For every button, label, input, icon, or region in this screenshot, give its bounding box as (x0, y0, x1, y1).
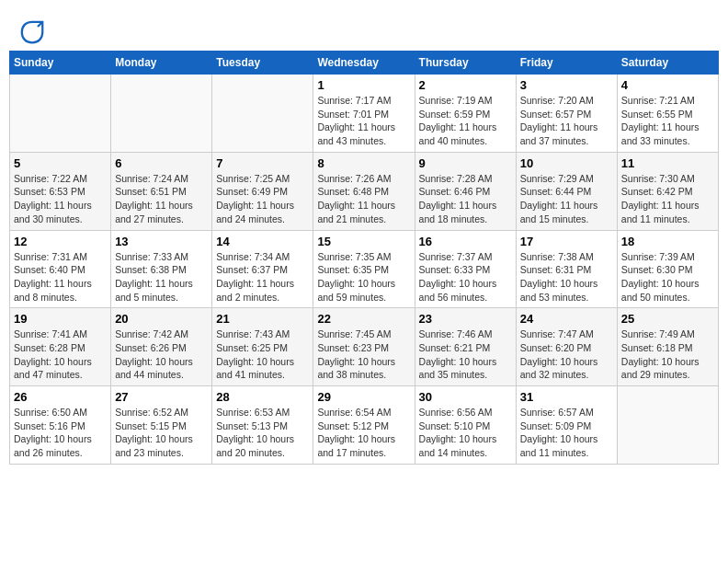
day-info: Sunrise: 7:47 AM Sunset: 6:20 PM Dayligh… (520, 327, 613, 382)
day-number: 6 (115, 156, 208, 170)
calendar-cell: 3Sunrise: 7:20 AM Sunset: 6:57 PM Daylig… (516, 75, 617, 153)
day-of-week-header: Thursday (415, 52, 516, 75)
day-info: Sunrise: 7:34 AM Sunset: 6:37 PM Dayligh… (216, 250, 309, 304)
day-number: 18 (621, 235, 714, 248)
day-info: Sunrise: 7:26 AM Sunset: 6:48 PM Dayligh… (317, 172, 410, 226)
day-info: Sunrise: 6:50 AM Sunset: 5:16 PM Dayligh… (14, 406, 107, 460)
day-number: 9 (419, 156, 512, 170)
page-header (9, 9, 719, 51)
calendar-week-row: 1Sunrise: 7:17 AM Sunset: 7:01 PM Daylig… (10, 75, 719, 153)
calendar-cell: 26Sunrise: 6:50 AM Sunset: 5:16 PM Dayli… (10, 386, 111, 465)
day-number: 25 (621, 312, 714, 326)
day-number: 30 (419, 390, 512, 404)
logo-icon (18, 18, 46, 46)
day-number: 2 (419, 78, 512, 92)
calendar-cell: 14Sunrise: 7:34 AM Sunset: 6:37 PM Dayli… (212, 230, 313, 308)
calendar-cell: 5Sunrise: 7:22 AM Sunset: 6:53 PM Daylig… (10, 152, 111, 230)
day-info: Sunrise: 7:49 AM Sunset: 6:18 PM Dayligh… (621, 327, 714, 382)
calendar-cell: 12Sunrise: 7:31 AM Sunset: 6:40 PM Dayli… (10, 230, 111, 308)
day-info: Sunrise: 7:21 AM Sunset: 6:55 PM Dayligh… (621, 94, 714, 148)
calendar-cell: 15Sunrise: 7:35 AM Sunset: 6:35 PM Dayli… (313, 230, 415, 308)
calendar-cell: 19Sunrise: 7:41 AM Sunset: 6:28 PM Dayli… (10, 308, 111, 386)
calendar-cell: 4Sunrise: 7:21 AM Sunset: 6:55 PM Daylig… (617, 75, 718, 153)
calendar-header-row: SundayMondayTuesdayWednesdayThursdayFrid… (10, 52, 719, 75)
day-number: 11 (621, 156, 714, 170)
calendar-cell: 16Sunrise: 7:37 AM Sunset: 6:33 PM Dayli… (415, 230, 516, 308)
day-info: Sunrise: 7:46 AM Sunset: 6:21 PM Dayligh… (419, 327, 512, 382)
day-number: 24 (520, 312, 613, 326)
day-number: 21 (216, 312, 309, 326)
day-info: Sunrise: 7:41 AM Sunset: 6:28 PM Dayligh… (14, 327, 107, 382)
day-info: Sunrise: 7:45 AM Sunset: 6:23 PM Dayligh… (317, 327, 410, 382)
calendar-week-row: 12Sunrise: 7:31 AM Sunset: 6:40 PM Dayli… (10, 230, 719, 308)
day-number: 26 (14, 390, 107, 404)
day-info: Sunrise: 7:35 AM Sunset: 6:35 PM Dayligh… (317, 250, 410, 304)
day-info: Sunrise: 7:43 AM Sunset: 6:25 PM Dayligh… (216, 327, 309, 382)
calendar-cell: 13Sunrise: 7:33 AM Sunset: 6:38 PM Dayli… (111, 230, 212, 308)
calendar-cell: 10Sunrise: 7:29 AM Sunset: 6:44 PM Dayli… (516, 152, 617, 230)
day-of-week-header: Wednesday (313, 52, 415, 75)
day-info: Sunrise: 7:24 AM Sunset: 6:51 PM Dayligh… (115, 172, 208, 226)
day-number: 8 (317, 156, 410, 170)
day-number: 4 (621, 78, 714, 92)
day-number: 23 (419, 312, 512, 326)
calendar-cell: 23Sunrise: 7:46 AM Sunset: 6:21 PM Dayli… (415, 308, 516, 386)
day-number: 29 (317, 390, 410, 404)
day-number: 5 (14, 156, 107, 170)
day-info: Sunrise: 7:20 AM Sunset: 6:57 PM Dayligh… (520, 94, 613, 148)
day-number: 17 (520, 235, 613, 248)
day-info: Sunrise: 7:39 AM Sunset: 6:30 PM Dayligh… (621, 250, 714, 304)
day-number: 3 (520, 78, 613, 92)
day-info: Sunrise: 6:57 AM Sunset: 5:09 PM Dayligh… (520, 406, 613, 460)
day-info: Sunrise: 7:19 AM Sunset: 6:59 PM Dayligh… (419, 94, 512, 148)
day-info: Sunrise: 7:22 AM Sunset: 6:53 PM Dayligh… (14, 172, 107, 226)
day-number: 20 (115, 312, 208, 326)
day-info: Sunrise: 7:29 AM Sunset: 6:44 PM Dayligh… (520, 172, 613, 226)
calendar-cell: 9Sunrise: 7:28 AM Sunset: 6:46 PM Daylig… (415, 152, 516, 230)
calendar-cell: 27Sunrise: 6:52 AM Sunset: 5:15 PM Dayli… (111, 386, 212, 465)
logo (18, 18, 50, 46)
day-number: 12 (14, 235, 107, 248)
day-number: 27 (115, 390, 208, 404)
day-info: Sunrise: 7:37 AM Sunset: 6:33 PM Dayligh… (419, 250, 512, 304)
calendar-cell: 8Sunrise: 7:26 AM Sunset: 6:48 PM Daylig… (313, 152, 415, 230)
calendar-cell: 17Sunrise: 7:38 AM Sunset: 6:31 PM Dayli… (516, 230, 617, 308)
calendar-cell: 7Sunrise: 7:25 AM Sunset: 6:49 PM Daylig… (212, 152, 313, 230)
day-number: 22 (317, 312, 410, 326)
day-number: 1 (317, 78, 410, 92)
day-number: 13 (115, 235, 208, 248)
day-number: 10 (520, 156, 613, 170)
day-of-week-header: Friday (516, 52, 617, 75)
day-of-week-header: Saturday (617, 52, 718, 75)
calendar-week-row: 19Sunrise: 7:41 AM Sunset: 6:28 PM Dayli… (10, 308, 719, 386)
day-info: Sunrise: 6:54 AM Sunset: 5:12 PM Dayligh… (317, 406, 410, 460)
day-of-week-header: Sunday (10, 52, 111, 75)
calendar-cell: 11Sunrise: 7:30 AM Sunset: 6:42 PM Dayli… (617, 152, 718, 230)
day-number: 19 (14, 312, 107, 326)
calendar-cell: 6Sunrise: 7:24 AM Sunset: 6:51 PM Daylig… (111, 152, 212, 230)
calendar-cell: 20Sunrise: 7:42 AM Sunset: 6:26 PM Dayli… (111, 308, 212, 386)
day-number: 31 (520, 390, 613, 404)
calendar-cell: 25Sunrise: 7:49 AM Sunset: 6:18 PM Dayli… (617, 308, 718, 386)
day-info: Sunrise: 7:28 AM Sunset: 6:46 PM Dayligh… (419, 172, 512, 226)
calendar-table: SundayMondayTuesdayWednesdayThursdayFrid… (9, 51, 719, 465)
calendar-cell: 22Sunrise: 7:45 AM Sunset: 6:23 PM Dayli… (313, 308, 415, 386)
calendar-cell (617, 386, 718, 465)
calendar-cell: 28Sunrise: 6:53 AM Sunset: 5:13 PM Dayli… (212, 386, 313, 465)
day-of-week-header: Tuesday (212, 52, 313, 75)
day-number: 16 (419, 235, 512, 248)
day-info: Sunrise: 6:52 AM Sunset: 5:15 PM Dayligh… (115, 406, 208, 460)
day-number: 15 (317, 235, 410, 248)
calendar-cell: 2Sunrise: 7:19 AM Sunset: 6:59 PM Daylig… (415, 75, 516, 153)
day-info: Sunrise: 7:30 AM Sunset: 6:42 PM Dayligh… (621, 172, 714, 226)
calendar-cell: 29Sunrise: 6:54 AM Sunset: 5:12 PM Dayli… (313, 386, 415, 465)
day-info: Sunrise: 7:33 AM Sunset: 6:38 PM Dayligh… (115, 250, 208, 304)
calendar-cell (10, 75, 111, 153)
calendar-week-row: 5Sunrise: 7:22 AM Sunset: 6:53 PM Daylig… (10, 152, 719, 230)
day-info: Sunrise: 7:25 AM Sunset: 6:49 PM Dayligh… (216, 172, 309, 226)
calendar-cell: 31Sunrise: 6:57 AM Sunset: 5:09 PM Dayli… (516, 386, 617, 465)
day-info: Sunrise: 7:31 AM Sunset: 6:40 PM Dayligh… (14, 250, 107, 304)
calendar-cell: 30Sunrise: 6:56 AM Sunset: 5:10 PM Dayli… (415, 386, 516, 465)
calendar-cell (111, 75, 212, 153)
day-info: Sunrise: 7:17 AM Sunset: 7:01 PM Dayligh… (317, 94, 410, 148)
